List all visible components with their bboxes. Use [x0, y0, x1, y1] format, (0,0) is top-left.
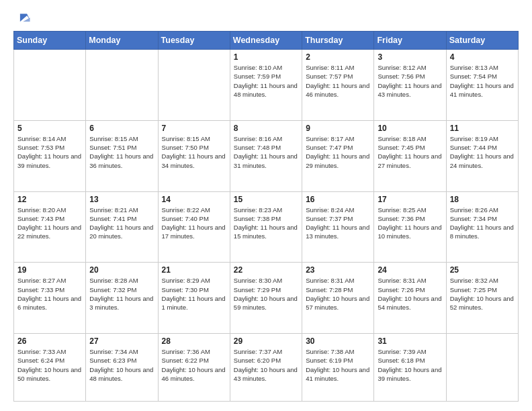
calendar-cell: 12Sunrise: 8:20 AM Sunset: 7:43 PM Dayli…: [14, 191, 86, 263]
weekday-thursday: Thursday: [302, 32, 374, 50]
day-info: Sunrise: 8:18 AM Sunset: 7:45 PM Dayligh…: [378, 134, 442, 170]
weekday-sunday: Sunday: [14, 32, 86, 50]
day-info: Sunrise: 7:34 AM Sunset: 6:23 PM Dayligh…: [89, 347, 154, 383]
day-number: 27: [89, 336, 154, 346]
week-row-5: 26Sunrise: 7:33 AM Sunset: 6:24 PM Dayli…: [14, 334, 519, 402]
day-info: Sunrise: 8:30 AM Sunset: 7:29 PM Dayligh…: [234, 276, 298, 312]
day-info: Sunrise: 8:15 AM Sunset: 7:51 PM Dayligh…: [89, 134, 154, 170]
day-info: Sunrise: 8:24 AM Sunset: 7:37 PM Dayligh…: [306, 205, 370, 241]
calendar-cell: 5Sunrise: 8:14 AM Sunset: 7:53 PM Daylig…: [14, 120, 86, 191]
day-info: Sunrise: 8:19 AM Sunset: 7:44 PM Dayligh…: [450, 134, 515, 170]
calendar-cell: 25Sunrise: 8:32 AM Sunset: 7:25 PM Dayli…: [446, 263, 518, 334]
day-number: 13: [89, 195, 154, 204]
day-number: 28: [162, 336, 226, 346]
day-number: 20: [89, 265, 154, 275]
week-row-3: 12Sunrise: 8:20 AM Sunset: 7:43 PM Dayli…: [14, 191, 519, 263]
day-info: Sunrise: 8:15 AM Sunset: 7:50 PM Dayligh…: [162, 134, 226, 170]
calendar-cell: 30Sunrise: 7:38 AM Sunset: 6:19 PM Dayli…: [302, 334, 374, 402]
calendar-cell: 8Sunrise: 8:16 AM Sunset: 7:48 PM Daylig…: [230, 120, 302, 191]
calendar-cell: [14, 50, 86, 121]
day-number: 18: [450, 195, 515, 204]
calendar-cell: 18Sunrise: 8:26 AM Sunset: 7:34 PM Dayli…: [446, 191, 518, 263]
day-number: 26: [17, 336, 82, 346]
day-info: Sunrise: 8:31 AM Sunset: 7:26 PM Dayligh…: [378, 276, 442, 312]
day-number: 8: [234, 124, 298, 133]
day-info: Sunrise: 8:14 AM Sunset: 7:53 PM Dayligh…: [17, 134, 82, 170]
day-info: Sunrise: 8:12 AM Sunset: 7:56 PM Dayligh…: [378, 63, 442, 99]
day-info: Sunrise: 8:25 AM Sunset: 7:36 PM Dayligh…: [378, 205, 442, 241]
calendar-cell: 1Sunrise: 8:10 AM Sunset: 7:59 PM Daylig…: [230, 50, 302, 121]
day-number: 7: [162, 124, 226, 133]
day-number: 12: [17, 195, 82, 204]
day-number: 25: [450, 265, 515, 275]
day-number: 6: [89, 124, 154, 133]
day-number: 10: [378, 124, 442, 133]
calendar-cell: 16Sunrise: 8:24 AM Sunset: 7:37 PM Dayli…: [302, 191, 374, 263]
calendar-cell: 19Sunrise: 8:27 AM Sunset: 7:33 PM Dayli…: [14, 263, 86, 334]
calendar-cell: 7Sunrise: 8:15 AM Sunset: 7:50 PM Daylig…: [158, 120, 230, 191]
day-number: 2: [306, 52, 370, 62]
day-info: Sunrise: 7:37 AM Sunset: 6:20 PM Dayligh…: [234, 347, 298, 383]
calendar-cell: 28Sunrise: 7:36 AM Sunset: 6:22 PM Dayli…: [158, 334, 230, 402]
day-info: Sunrise: 8:29 AM Sunset: 7:30 PM Dayligh…: [162, 276, 226, 312]
header: [13, 12, 519, 26]
day-info: Sunrise: 8:13 AM Sunset: 7:54 PM Dayligh…: [450, 63, 515, 99]
weekday-friday: Friday: [374, 32, 446, 50]
calendar-cell: 13Sunrise: 8:21 AM Sunset: 7:41 PM Dayli…: [86, 191, 158, 263]
page: SundayMondayTuesdayWednesdayThursdayFrid…: [0, 0, 532, 411]
calendar-cell: 24Sunrise: 8:31 AM Sunset: 7:26 PM Dayli…: [374, 263, 446, 334]
calendar-cell: 6Sunrise: 8:15 AM Sunset: 7:51 PM Daylig…: [86, 120, 158, 191]
day-number: 23: [306, 265, 370, 275]
calendar-cell: [86, 50, 158, 121]
day-number: 29: [234, 336, 298, 346]
week-row-1: 1Sunrise: 8:10 AM Sunset: 7:59 PM Daylig…: [14, 50, 519, 121]
day-info: Sunrise: 8:31 AM Sunset: 7:28 PM Dayligh…: [306, 276, 370, 312]
calendar-cell: 26Sunrise: 7:33 AM Sunset: 6:24 PM Dayli…: [14, 334, 86, 402]
day-number: 31: [378, 336, 442, 346]
weekday-monday: Monday: [86, 32, 158, 50]
week-row-2: 5Sunrise: 8:14 AM Sunset: 7:53 PM Daylig…: [14, 120, 519, 191]
day-info: Sunrise: 7:36 AM Sunset: 6:22 PM Dayligh…: [162, 347, 226, 383]
calendar-cell: 14Sunrise: 8:22 AM Sunset: 7:40 PM Dayli…: [158, 191, 230, 263]
calendar-cell: 2Sunrise: 8:11 AM Sunset: 7:57 PM Daylig…: [302, 50, 374, 121]
day-info: Sunrise: 8:20 AM Sunset: 7:43 PM Dayligh…: [17, 205, 82, 241]
day-number: 24: [378, 265, 442, 275]
day-info: Sunrise: 8:28 AM Sunset: 7:32 PM Dayligh…: [89, 276, 154, 312]
calendar-cell: 23Sunrise: 8:31 AM Sunset: 7:28 PM Dayli…: [302, 263, 374, 334]
calendar-cell: [158, 50, 230, 121]
day-info: Sunrise: 8:21 AM Sunset: 7:41 PM Dayligh…: [89, 205, 154, 241]
day-number: 11: [450, 124, 515, 133]
day-info: Sunrise: 8:26 AM Sunset: 7:34 PM Dayligh…: [450, 205, 515, 241]
day-number: 14: [162, 195, 226, 204]
week-row-4: 19Sunrise: 8:27 AM Sunset: 7:33 PM Dayli…: [14, 263, 519, 334]
weekday-wednesday: Wednesday: [230, 32, 302, 50]
calendar-cell: 22Sunrise: 8:30 AM Sunset: 7:29 PM Dayli…: [230, 263, 302, 334]
day-number: 19: [17, 265, 82, 275]
day-info: Sunrise: 8:22 AM Sunset: 7:40 PM Dayligh…: [162, 205, 226, 241]
calendar-cell: 17Sunrise: 8:25 AM Sunset: 7:36 PM Dayli…: [374, 191, 446, 263]
calendar-cell: 10Sunrise: 8:18 AM Sunset: 7:45 PM Dayli…: [374, 120, 446, 191]
day-info: Sunrise: 7:38 AM Sunset: 6:19 PM Dayligh…: [306, 347, 370, 383]
weekday-saturday: Saturday: [446, 32, 518, 50]
day-info: Sunrise: 8:27 AM Sunset: 7:33 PM Dayligh…: [17, 276, 82, 312]
svg-marker-1: [23, 17, 30, 21]
day-number: 3: [378, 52, 442, 62]
calendar-cell: [446, 334, 518, 402]
day-info: Sunrise: 8:16 AM Sunset: 7:48 PM Dayligh…: [234, 134, 298, 170]
day-number: 4: [450, 52, 515, 62]
calendar-cell: 4Sunrise: 8:13 AM Sunset: 7:54 PM Daylig…: [446, 50, 518, 121]
logo-icon: [16, 11, 31, 26]
day-number: 15: [234, 195, 298, 204]
day-number: 9: [306, 124, 370, 133]
logo: [13, 12, 31, 26]
weekday-header-row: SundayMondayTuesdayWednesdayThursdayFrid…: [14, 32, 519, 50]
day-info: Sunrise: 8:23 AM Sunset: 7:38 PM Dayligh…: [234, 205, 298, 241]
calendar-cell: 31Sunrise: 7:39 AM Sunset: 6:18 PM Dayli…: [374, 334, 446, 402]
calendar-cell: 3Sunrise: 8:12 AM Sunset: 7:56 PM Daylig…: [374, 50, 446, 121]
calendar-cell: 27Sunrise: 7:34 AM Sunset: 6:23 PM Dayli…: [86, 334, 158, 402]
day-info: Sunrise: 8:17 AM Sunset: 7:47 PM Dayligh…: [306, 134, 370, 170]
day-number: 30: [306, 336, 370, 346]
day-info: Sunrise: 7:39 AM Sunset: 6:18 PM Dayligh…: [378, 347, 442, 383]
day-number: 5: [17, 124, 82, 133]
calendar-table: SundayMondayTuesdayWednesdayThursdayFrid…: [13, 31, 519, 402]
